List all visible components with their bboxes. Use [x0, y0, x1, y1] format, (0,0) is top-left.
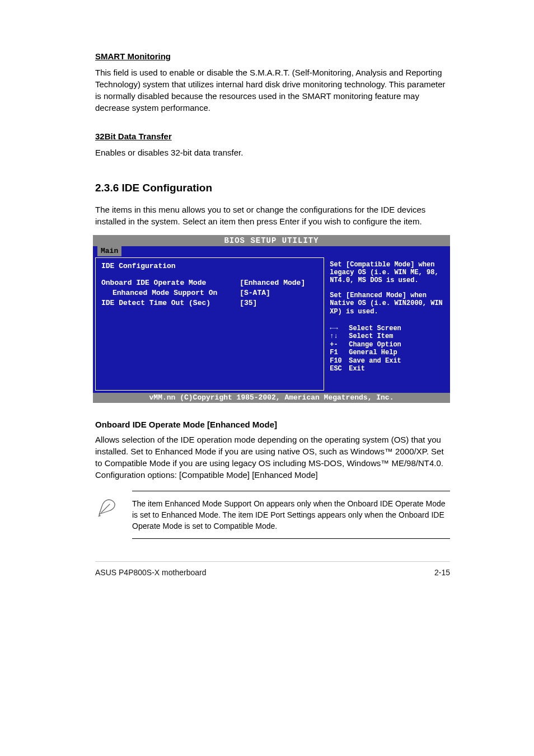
nav-key-esc: ESC: [330, 365, 349, 373]
heading-onboard-ide-operate-mode: Onboard IDE Operate Mode [Enhanced Mode]: [95, 419, 450, 430]
section-title-ide-configuration: 2.3.6 IDE Configuration: [95, 181, 450, 196]
nav-key-f10: F10: [330, 357, 349, 365]
bios-label-enhanced-support: Enhanced Mode Support On: [101, 288, 240, 298]
nav-desc-select-screen: Select Screen: [349, 325, 401, 332]
footer-page-number: 2-15: [434, 567, 450, 579]
heading-smart-monitoring: SMART Monitoring: [95, 50, 450, 62]
nav-desc-save-exit: Save and Exit: [349, 357, 401, 365]
heading-32bit-transfer: 32Bit Data Transfer: [95, 130, 450, 142]
note-block: The item Enhanced Mode Support On appear…: [95, 491, 450, 539]
bios-nav-help: ←→Select Screen ↑↓Select Item +-Change O…: [330, 325, 443, 373]
bios-title-bar: BIOS SETUP UTILITY: [93, 235, 450, 246]
bios-tab-main: Main: [97, 246, 121, 256]
bios-left-panel: IDE Configuration Onboard IDE Operate Mo…: [95, 257, 324, 391]
nav-desc-select-item: Select Item: [349, 332, 393, 340]
para-smart-monitoring: This field is used to enable or disable …: [95, 67, 450, 114]
para-ide-configuration-intro: The items in this menu allows you to set…: [95, 204, 450, 227]
bios-row-timeout: IDE Detect Time Out (Sec) [35]: [101, 298, 318, 308]
bios-label-operate-mode: Onboard IDE Operate Mode: [101, 278, 240, 288]
nav-key-updown: ↑↓: [330, 332, 349, 340]
bios-row-operate-mode: Onboard IDE Operate Mode [Enhanced Mode]: [101, 278, 318, 288]
nav-key-leftright: ←→: [330, 325, 349, 332]
nav-key-plusminus: +-: [330, 341, 349, 349]
page-footer: ASUS P4P800S-X motherboard 2-15: [95, 561, 450, 579]
bios-right-help-panel: Set [Compatible Mode] when legacy OS (i.…: [325, 257, 448, 391]
nav-key-f1: F1: [330, 349, 349, 356]
pencil-note-icon: [95, 495, 119, 519]
bios-value-enhanced-support: [S-ATA]: [240, 288, 318, 298]
bios-help-p1: Set [Compatible Mode] when legacy OS (i.…: [330, 261, 443, 285]
bios-help-p2: Set [Enhanced Mode] when Native OS (i.e.…: [330, 292, 443, 316]
bios-row-enhanced-support: Enhanced Mode Support On [S-ATA]: [101, 288, 318, 298]
bios-setup-utility-screenshot: BIOS SETUP UTILITY Main IDE Configuratio…: [93, 235, 450, 403]
nav-desc-general-help: General Help: [349, 349, 397, 356]
bios-panel-title: IDE Configuration: [101, 261, 318, 271]
bios-value-timeout: [35]: [240, 298, 318, 308]
bios-value-operate-mode: [Enhanced Mode]: [240, 278, 318, 288]
note-text: The item Enhanced Mode Support On appear…: [132, 491, 450, 539]
nav-desc-change-option: Change Option: [349, 341, 401, 349]
para-onboard-ide-operate-mode: Allows selection of the IDE operation mo…: [95, 434, 450, 481]
footer-product-name: ASUS P4P800S-X motherboard: [95, 567, 206, 579]
nav-desc-exit: Exit: [349, 365, 365, 373]
bios-copyright-footer: vMM.nn (C)Copyright 1985-2002, American …: [93, 393, 450, 403]
bios-menubar: Main: [93, 246, 450, 256]
bios-label-timeout: IDE Detect Time Out (Sec): [101, 298, 240, 308]
para-32bit-transfer: Enables or disables 32-bit data transfer…: [95, 147, 450, 158]
